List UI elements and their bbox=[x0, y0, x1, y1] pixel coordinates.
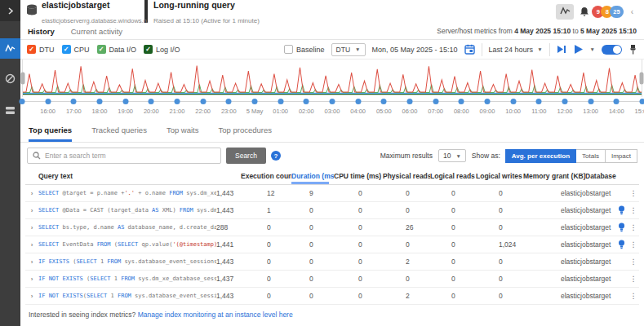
time-tick-label: 19:00 bbox=[118, 108, 133, 115]
column-header-lw[interactable]: Logical writes? bbox=[476, 168, 523, 184]
table-row[interactable]: ›IF EXISTS (SELECT 1 FROM sys.database_e… bbox=[25, 253, 639, 271]
activity-icon bbox=[5, 42, 16, 56]
calendar-icon[interactable] bbox=[464, 44, 475, 55]
skip-to-latest-icon[interactable] bbox=[557, 45, 566, 54]
sidebar-item-activity[interactable] bbox=[0, 38, 20, 59]
row-menu-kebab-icon[interactable]: ⋮ bbox=[628, 189, 639, 197]
table-row[interactable]: ›SELECT EventData FROM (SELECT qp.value(… bbox=[25, 236, 639, 253]
search-button[interactable]: Search bbox=[226, 148, 266, 164]
table-row[interactable]: ›IF NOT EXISTS(SELECT 1 FROM sys.databas… bbox=[25, 288, 639, 305]
column-header-q[interactable]: Query text bbox=[38, 168, 241, 184]
notifications-bell-icon[interactable] bbox=[580, 7, 589, 17]
row-menu-kebab-icon[interactable]: ⋮ bbox=[628, 258, 639, 266]
query-text-cell: SELECT EventData FROM (SELECT qp.value('… bbox=[38, 241, 216, 248]
target-card[interactable]: elasticjobstarget elasticjobserverrg.dat… bbox=[20, 0, 144, 23]
sidebar-item-blocking[interactable] bbox=[0, 70, 20, 90]
sidebar-item-servers[interactable] bbox=[0, 101, 20, 121]
show-as-avg-per-execution[interactable]: Avg. per execution bbox=[505, 149, 576, 163]
live-toggle[interactable] bbox=[602, 45, 622, 55]
time-tick-label: 06:00 bbox=[402, 108, 418, 115]
range-handle-left[interactable] bbox=[21, 73, 25, 85]
column-header-exec[interactable]: Execution count bbox=[241, 168, 291, 184]
collapse-panel-icon[interactable]: ‹ bbox=[631, 7, 633, 16]
database-icon bbox=[26, 4, 38, 20]
range-handle-right[interactable] bbox=[640, 73, 644, 85]
tab-history[interactable]: History bbox=[28, 27, 55, 36]
execution-count-cell: 1,443 bbox=[216, 258, 267, 266]
column-header-cpu[interactable]: CPU time (ms) bbox=[334, 168, 383, 184]
results-controls: Maximum results 10▼ Show as: Avg. per ex… bbox=[380, 149, 637, 163]
show-as-totals[interactable]: Totals bbox=[575, 149, 606, 163]
row-expand-chevron-icon[interactable]: › bbox=[25, 241, 38, 249]
baseline-checkbox[interactable]: Baseline bbox=[284, 45, 325, 54]
time-tick-label: 13:00 bbox=[583, 108, 598, 115]
column-header-dur[interactable]: Duration (ms)▾ bbox=[291, 168, 334, 184]
time-axis: 16:0017:0018:0019:0020:0021:0022:0023:00… bbox=[22, 97, 642, 118]
query-tab-top-queries[interactable]: Top queries bbox=[29, 126, 72, 142]
table-row[interactable]: ›IF NOT EXISTS (SELECT 1 FROM sys.dm_xe_… bbox=[25, 271, 639, 288]
row-expand-chevron-icon[interactable]: › bbox=[25, 207, 38, 214]
legend-checkbox-logio[interactable]: ✓Log I/O bbox=[144, 45, 180, 54]
database-cell: elasticjobstarget bbox=[561, 189, 615, 197]
search-help-icon[interactable]: ? bbox=[271, 151, 281, 161]
row-expand-chevron-icon[interactable]: › bbox=[25, 258, 38, 266]
chevron-down-icon: ▼ bbox=[537, 46, 542, 52]
table-body: ›SELECT @target = p.name +'.' + o.name F… bbox=[25, 185, 639, 305]
time-dot bbox=[381, 99, 387, 104]
time-tick-label: 14:00 bbox=[609, 108, 624, 115]
time-tick-label: 03:00 bbox=[325, 108, 340, 115]
row-expand-chevron-icon[interactable]: › bbox=[25, 275, 38, 283]
row-menu-kebab-icon[interactable]: ⋮ bbox=[628, 292, 639, 300]
index-monitoring-link[interactable]: Manage index monitoring at an instance l… bbox=[138, 311, 293, 319]
search-input[interactable] bbox=[45, 152, 215, 160]
alert-count-badge[interactable]: 25 bbox=[610, 6, 623, 18]
column-header-label: Logical reads bbox=[430, 172, 475, 180]
metric-select[interactable]: DTU▼ bbox=[331, 43, 366, 56]
column-header-label: Physical reads bbox=[383, 172, 430, 180]
metrics-range-text: Server/host metrics from 4 May 2025 15:1… bbox=[437, 27, 637, 35]
column-header-phys[interactable]: Physical reads? bbox=[383, 168, 430, 184]
legend-checkbox-cpu[interactable]: ✓CPU bbox=[62, 45, 90, 54]
logical-writes-cell: 0 bbox=[451, 223, 499, 231]
row-expand-chevron-icon[interactable]: › bbox=[25, 293, 38, 300]
database-cell: elasticjobstarget bbox=[561, 275, 615, 283]
row-menu-kebab-icon[interactable]: ⋮ bbox=[628, 223, 639, 231]
sidebar-expand-button[interactable] bbox=[0, 0, 20, 21]
legend-checkbox-dataio[interactable]: ✓Data I/O bbox=[97, 45, 137, 54]
recommendation-bulb-icon[interactable] bbox=[615, 222, 628, 232]
table-row[interactable]: ›SELECT @Data = CAST (target_data AS XML… bbox=[25, 202, 639, 219]
column-header-db[interactable]: Database bbox=[585, 168, 639, 184]
execution-count-cell: 1,441 bbox=[216, 240, 267, 249]
footer-text: Interested in seeing index metrics? bbox=[29, 311, 138, 319]
row-expand-chevron-icon[interactable]: › bbox=[25, 224, 38, 231]
play-options-caret-icon[interactable]: ▼ bbox=[590, 46, 595, 52]
execution-count-cell: 1,443 bbox=[216, 189, 267, 197]
alert-banner[interactable]: Long-running query Raised at 15:10 (Acti… bbox=[148, 0, 644, 23]
query-tab-top-waits[interactable]: Top waits bbox=[167, 126, 199, 142]
logical-writes-cell: 0 bbox=[451, 240, 499, 249]
row-menu-kebab-icon[interactable]: ⋮ bbox=[628, 240, 639, 249]
date-range-label[interactable]: Mon, 05 May 2025 - 15:10 bbox=[372, 46, 458, 54]
metrics-view-toggle-button[interactable] bbox=[556, 4, 574, 20]
show-as-impact[interactable]: Impact bbox=[605, 149, 637, 163]
time-controls: Baseline DTU▼ Mon, 05 May 2025 - 15:10 L… bbox=[284, 43, 637, 56]
legend-checkbox-dtu[interactable]: ✓DTU bbox=[27, 45, 55, 54]
row-menu-kebab-icon[interactable]: ⋮ bbox=[628, 275, 639, 283]
play-icon[interactable] bbox=[573, 44, 584, 55]
column-header-mem[interactable]: Memory grant (KB)? bbox=[523, 168, 585, 184]
physical-reads-cell: 0 bbox=[358, 292, 406, 300]
query-tab-top-procedures[interactable]: Top procedures bbox=[219, 126, 272, 142]
tab-current-activity[interactable]: Current activity bbox=[71, 27, 122, 36]
time-range-select[interactable]: Last 24 hours▼ bbox=[489, 46, 543, 54]
pin-icon[interactable] bbox=[628, 44, 637, 55]
max-results-label: Maximum results bbox=[380, 152, 433, 160]
row-menu-kebab-icon[interactable]: ⋮ bbox=[628, 206, 639, 214]
row-expand-chevron-icon[interactable]: › bbox=[25, 190, 38, 197]
table-row[interactable]: ›SELECT @target = p.name +'.' + o.name F… bbox=[25, 185, 639, 202]
table-row[interactable]: ›SELECT bs.type, d.name AS database_name… bbox=[25, 219, 639, 236]
max-results-select[interactable]: 10▼ bbox=[438, 149, 466, 162]
recommendation-bulb-icon[interactable] bbox=[615, 240, 628, 249]
query-tab-tracked-queries[interactable]: Tracked queries bbox=[91, 126, 147, 142]
recommendation-bulb-icon[interactable] bbox=[615, 205, 628, 215]
column-header-lr[interactable]: Logical reads? bbox=[430, 168, 476, 184]
